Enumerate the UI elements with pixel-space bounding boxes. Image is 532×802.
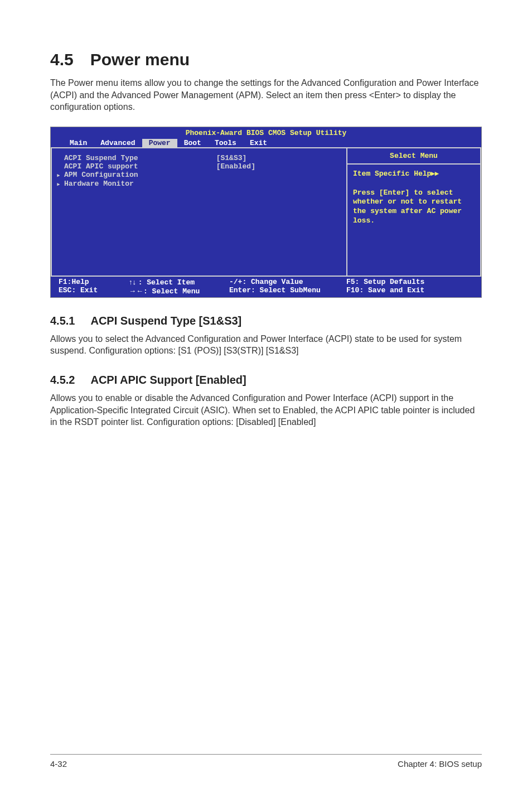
section-number: 4.5 (50, 50, 74, 69)
subsection-text-1: Allows you to select the Advanced Config… (50, 333, 482, 357)
subsection-number: 4.5.2 (50, 374, 75, 386)
play-arrows-icon: ▸▸ (431, 169, 439, 177)
bios-row-apm-config[interactable]: ▸APM Configuration (56, 171, 342, 180)
bios-item-label: ACPI APIC support (64, 162, 138, 171)
bios-footer-f5: F5: Setup Defaults (346, 278, 481, 286)
bios-footer-select-menu: →←: Select Menu (129, 287, 229, 296)
bios-help-title: Select Menu (347, 148, 480, 165)
bios-item-label: Hardware Monitor (64, 180, 134, 188)
bios-footer-esc: ESC: Exit (59, 286, 129, 294)
bios-screenshot: Phoenix-Award BIOS CMOS Setup Utility Ma… (50, 127, 482, 298)
bios-footer-f10: F10: Save and Exit (346, 286, 481, 294)
section-name: Power menu (90, 50, 190, 69)
bios-menu-tools[interactable]: Tools (208, 139, 243, 147)
bios-footer-change-value: -/+: Change Value (229, 278, 346, 286)
subsection-name: ACPI Suspend Type [S1&S3] (90, 315, 241, 327)
bios-item-value (216, 171, 342, 180)
subsection-title-2: 4.5.2ACPI APIC Support [Enabled] (50, 374, 482, 386)
submenu-arrow-icon: ▸ (56, 171, 64, 180)
bios-menu-exit[interactable]: Exit (243, 139, 274, 147)
subsection-text-2: Allows you to enable or disable the Adva… (50, 392, 482, 428)
bios-menu-main[interactable]: Main (63, 139, 94, 147)
bios-help-text: Press [Enter] to select whether or not t… (353, 189, 475, 226)
bios-title: Phoenix-Award BIOS CMOS Setup Utility (51, 127, 481, 139)
bios-body: ACPI Suspend Type [S1&S3] ACPI APIC supp… (51, 147, 481, 276)
page-footer: 4-32 Chapter 4: BIOS setup (50, 754, 482, 769)
bios-menu-bar: Main Advanced Power Boot Tools Exit (51, 139, 481, 147)
bios-footer-f1: F1:Help (59, 278, 129, 286)
bios-menu-advanced[interactable]: Advanced (94, 139, 142, 147)
subsection-number: 4.5.1 (50, 315, 75, 327)
bios-item-value (216, 180, 342, 189)
subsection-name: ACPI APIC Support [Enabled] (90, 374, 246, 386)
bios-help-content: Item Specific Help▸▸ Press [Enter] to se… (347, 165, 480, 230)
bios-help-subtitle: Item Specific Help▸▸ (353, 169, 475, 179)
bios-row-hardware-monitor[interactable]: ▸Hardware Monitor (56, 180, 342, 189)
bios-item-value: [S1&S3] (216, 154, 342, 162)
up-down-arrows-icon: ↑↓ (129, 278, 138, 286)
bios-item-label: APM Configuration (64, 171, 138, 179)
bios-settings-pane: ACPI Suspend Type [S1&S3] ACPI APIC supp… (51, 148, 347, 276)
bios-menu-boot[interactable]: Boot (177, 139, 208, 147)
bios-menu-power[interactable]: Power (142, 139, 177, 147)
bios-item-label: ACPI Suspend Type (64, 154, 138, 162)
bios-row-acpi-suspend[interactable]: ACPI Suspend Type [S1&S3] (56, 154, 342, 162)
subsection-title-1: 4.5.1ACPI Suspend Type [S1&S3] (50, 315, 482, 327)
intro-paragraph: The Power menu items allow you to change… (50, 77, 482, 113)
section-title: 4.5Power menu (50, 50, 482, 69)
bios-row-acpi-apic[interactable]: ACPI APIC support [Enabled] (56, 162, 342, 171)
submenu-arrow-icon: ▸ (56, 180, 64, 189)
bios-item-value: [Enabled] (216, 162, 342, 171)
page-number: 4-32 (50, 759, 67, 769)
bios-footer: F1:Help ESC: Exit ↑↓ : Select Item →←: S… (51, 276, 481, 297)
bios-help-pane: Select Menu Item Specific Help▸▸ Press [… (347, 148, 481, 276)
bios-footer-select-item: ↑↓ : Select Item (129, 278, 229, 287)
chapter-label: Chapter 4: BIOS setup (398, 759, 482, 769)
bios-footer-select-submenu: Enter: Select SubMenu (229, 286, 346, 294)
left-right-arrows-icon: →← (129, 287, 143, 295)
